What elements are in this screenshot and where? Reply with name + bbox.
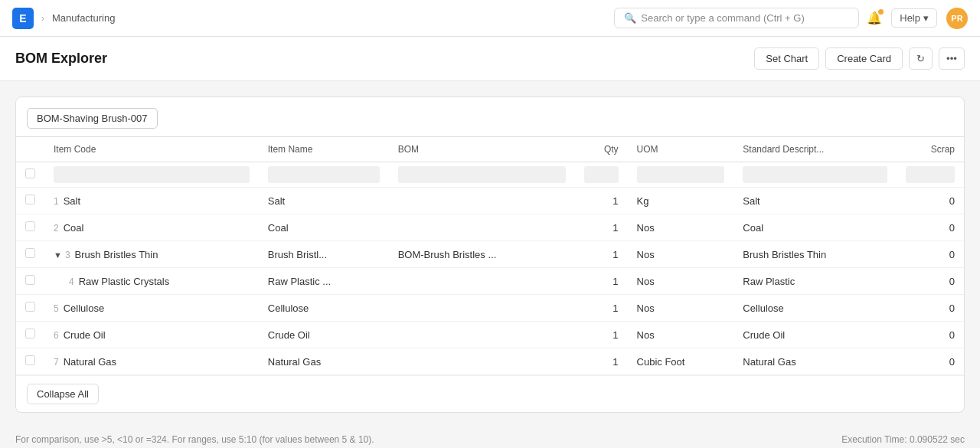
cell-uom: Nos [628,322,734,348]
help-label: Help [900,12,920,24]
item-code-value: Crude Oil [64,329,106,341]
cell-bom [389,268,576,295]
cell-item-name: Cellulose [259,295,389,322]
refresh-icon: ↻ [916,53,925,64]
row-checkbox[interactable] [25,302,35,312]
item-code-value: Coal [64,222,84,234]
select-all-checkbox[interactable] [25,168,35,178]
cell-scrap: 0 [897,214,964,241]
app-icon[interactable]: E [12,8,34,29]
cell-std-desc: Brush Bristles Thin [733,241,896,268]
table-row: 6Crude OilCrude Oil1NosCrude Oil0 [16,322,964,348]
row-checkbox[interactable] [25,221,35,231]
cell-item-code: 7Natural Gas [44,348,259,375]
filter-row [16,162,964,188]
cell-qty: 1 [575,348,627,375]
breadcrumb-text[interactable]: Manufacturing [52,12,115,24]
row-checkbox[interactable] [25,248,35,258]
footer-hint: For comparison, use >5, <10 or =324. For… [15,434,374,445]
th-item-code: Item Code [44,137,259,162]
cell-item-name: Salt [259,188,389,214]
chevron-down-icon: ▾ [923,12,929,24]
table-row: 1SaltSalt1KgSalt0 [16,188,964,214]
item-code-value: Cellulose [64,302,104,314]
cell-qty: 1 [575,241,627,268]
collapse-row-button[interactable]: ▼ [54,250,62,260]
cell-scrap: 0 [897,188,964,214]
filter-uom[interactable] [637,166,725,183]
table-row: 7Natural GasNatural Gas1Cubic FootNatura… [16,348,964,375]
footer-bar: For comparison, use >5, <10 or =324. For… [0,428,980,448]
avatar[interactable]: PR [946,8,968,29]
cell-uom: Nos [628,295,734,322]
row-number: 1 [54,196,59,207]
notification-badge [878,9,884,15]
create-card-button[interactable]: Create Card [825,47,903,70]
notification-bell[interactable]: 🔔 [867,11,882,25]
filter-std-desc[interactable] [743,166,887,183]
collapse-all-button[interactable]: Collapse All [27,384,99,404]
cell-qty: 1 [575,295,627,322]
refresh-button[interactable]: ↻ [909,47,933,70]
topbar: E › Manufacturing 🔍 Search or type a com… [0,0,980,37]
filter-qty[interactable] [584,166,618,183]
more-icon: ••• [946,53,957,64]
more-options-button[interactable]: ••• [939,47,965,70]
table-row: 5CelluloseCellulose1NosCellulose0 [16,295,964,322]
row-checkbox[interactable] [25,275,35,285]
cell-item-name: Brush Bristl... [259,241,389,268]
filter-item-code[interactable] [54,166,250,183]
collapse-all-row: Collapse All [16,375,964,412]
th-item-name: Item Name [259,137,389,162]
search-bar[interactable]: 🔍 Search or type a command (Ctrl + G) [614,8,859,28]
row-number: 4 [69,276,74,287]
help-button[interactable]: Help ▾ [891,8,937,28]
table-row: ▼3Brush Bristles ThinBrush Bristl...BOM-… [16,241,964,268]
cell-uom: Kg [628,188,734,214]
set-chart-button[interactable]: Set Chart [754,47,819,70]
cell-item-code: ▼3Brush Bristles Thin [44,241,259,268]
cell-item-code: 4Raw Plastic Crystals [44,268,259,295]
bom-table: Item Code Item Name BOM Qty UOM Standard… [16,136,964,375]
item-code-value: Salt [64,195,80,207]
search-icon: 🔍 [624,12,636,24]
filter-bom[interactable] [398,166,567,183]
row-number: 7 [54,357,59,368]
cell-bom [389,214,576,241]
cell-std-desc: Coal [733,214,896,241]
cell-uom: Cubic Foot [628,348,734,375]
cell-std-desc: Raw Plastic [733,268,896,295]
cell-scrap: 0 [897,241,964,268]
cell-std-desc: Salt [733,188,896,214]
cell-qty: 1 [575,268,627,295]
th-std-desc: Standard Descript... [733,137,896,162]
bom-tag[interactable]: BOM-Shaving Brush-007 [27,108,158,129]
row-number: 6 [54,330,59,341]
table-row: 2CoalCoal1NosCoal0 [16,214,964,241]
th-scrap: Scrap [897,137,964,162]
item-code-value: Natural Gas [64,356,116,368]
cell-item-name: Crude Oil [259,322,389,348]
bom-tag-container: BOM-Shaving Brush-007 [16,97,964,136]
row-checkbox[interactable] [25,329,35,338]
breadcrumb-arrow: › [41,13,44,24]
filter-item-name[interactable] [268,166,380,183]
page-header: BOM Explorer Set Chart Create Card ↻ ••• [0,37,980,81]
th-checkbox [16,137,44,162]
cell-bom [389,295,576,322]
main-content: BOM-Shaving Brush-007 Item Code Item Nam… [0,81,980,428]
row-checkbox[interactable] [25,355,35,365]
page-title: BOM Explorer [15,51,107,67]
row-checkbox[interactable] [25,195,35,204]
header-actions: Set Chart Create Card ↻ ••• [754,47,965,70]
cell-bom [389,322,576,348]
execution-time: Execution Time: 0.090522 sec [841,434,965,445]
cell-qty: 1 [575,214,627,241]
cell-item-code: 6Crude Oil [44,322,259,348]
cell-scrap: 0 [897,348,964,375]
table-row: 4Raw Plastic CrystalsRaw Plastic ...1Nos… [16,268,964,295]
avatar-text: PR [951,14,962,23]
filter-scrap[interactable] [906,166,955,183]
row-number: 3 [65,250,70,260]
item-code-value: Brush Bristles Thin [75,249,158,260]
